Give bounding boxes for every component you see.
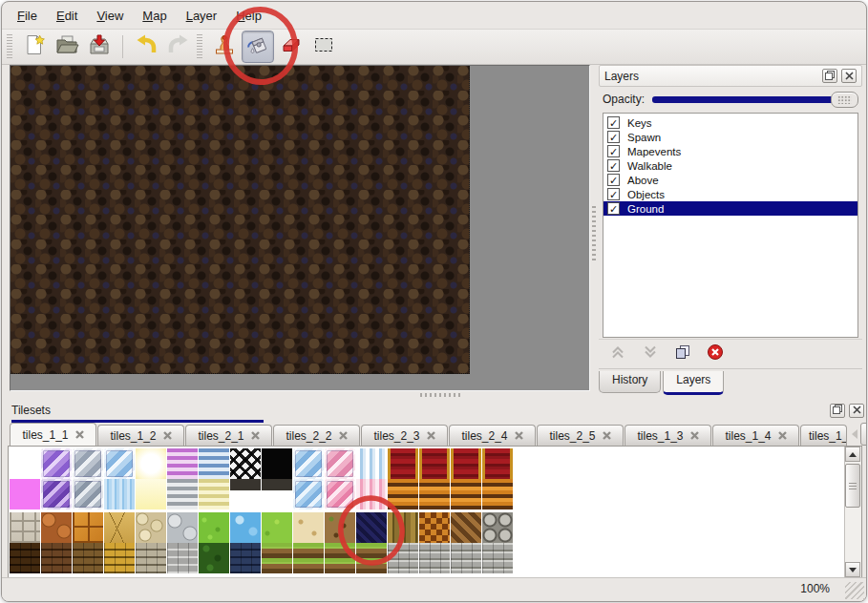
- tab-close-icon[interactable]: [690, 429, 699, 443]
- tile-stripes-blue[interactable]: [199, 448, 229, 479]
- splitter-handle[interactable]: [592, 206, 596, 261]
- tile-curtain-orange-brown[interactable]: [388, 479, 418, 509]
- tile-wall-navy-brick[interactable]: [230, 543, 261, 573]
- tile-metal-plate[interactable]: [230, 479, 261, 509]
- tile-brick-gray-light[interactable]: [419, 543, 450, 573]
- tab-history[interactable]: History: [599, 371, 661, 393]
- tile-glass-pink-small[interactable]: [325, 479, 355, 509]
- tile-magenta[interactable]: [10, 479, 40, 509]
- delete-layer-button[interactable]: [706, 344, 725, 364]
- tileset-tab-tiles_1_3[interactable]: tiles_1_3: [625, 425, 711, 446]
- tile-brick-gray-light[interactable]: [482, 543, 513, 573]
- tile-stone-cracked-tan[interactable]: [104, 512, 135, 543]
- opacity-slider-track[interactable]: [652, 96, 853, 103]
- undo-button[interactable]: [131, 31, 161, 62]
- menu-view[interactable]: View: [87, 5, 133, 27]
- tile-farm-rows[interactable]: [325, 543, 355, 573]
- resize-grip[interactable]: [845, 582, 864, 599]
- fill-bucket-tool-button[interactable]: [242, 31, 274, 63]
- tile-herringbone-brown[interactable]: [451, 512, 481, 543]
- tile-wall-gray-stone[interactable]: [136, 543, 166, 573]
- tile-stripes-violet[interactable]: [167, 448, 198, 479]
- tile-grass-green-2[interactable]: [262, 512, 292, 543]
- tile-navy-weave-highlighted[interactable]: [356, 512, 387, 543]
- tile-curtain-red-gold[interactable]: [451, 448, 481, 479]
- tile-wall-dark-tan[interactable]: [73, 543, 103, 573]
- tile-water-ripple[interactable]: [104, 479, 135, 509]
- horizontal-splitter[interactable]: [10, 390, 588, 399]
- duplicate-layer-button[interactable]: [673, 344, 692, 364]
- tile-glass-purple[interactable]: [41, 448, 72, 479]
- menu-file[interactable]: File: [8, 5, 47, 27]
- layer-visibility-checkbox[interactable]: ✓: [607, 202, 620, 215]
- layer-row-spawn[interactable]: ✓Spawn: [603, 130, 857, 144]
- layer-row-objects[interactable]: ✓Objects: [603, 187, 857, 201]
- tile-hedge-green[interactable]: [199, 543, 229, 573]
- tile-wall-brown[interactable]: [41, 543, 72, 573]
- close-panel-button[interactable]: [841, 69, 857, 83]
- tile-curtain-orange-brown[interactable]: [419, 479, 450, 509]
- layer-row-above[interactable]: ✓Above: [603, 173, 857, 187]
- tile-grass-green[interactable]: [199, 512, 229, 543]
- tab-close-icon[interactable]: [251, 429, 260, 443]
- tile-log-ends-gray[interactable]: [482, 512, 513, 543]
- tile-glass-blue-2[interactable]: [293, 448, 324, 479]
- open-file-button[interactable]: [52, 31, 82, 62]
- menu-help[interactable]: Help: [226, 5, 271, 27]
- tile-glass-gray-2[interactable]: [73, 479, 103, 509]
- layer-row-ground[interactable]: ✓Ground: [603, 201, 857, 216]
- tile-lattice-black-white[interactable]: [230, 448, 261, 479]
- tileset-tab-tiles_2_2[interactable]: tiles_2_2: [273, 425, 360, 446]
- tile-glass-blue[interactable]: [104, 448, 135, 479]
- tileset-tab-tiles_1_[interactable]: tiles_1_: [800, 425, 847, 446]
- menu-layer[interactable]: Layer: [177, 5, 227, 27]
- tile-curtain-red-gold[interactable]: [388, 448, 418, 479]
- tab-close-icon[interactable]: [603, 429, 611, 443]
- tile-curtain-blue-white[interactable]: [356, 448, 387, 479]
- tile-basket-weave-orange[interactable]: [419, 512, 450, 543]
- eraser-tool-button[interactable]: [276, 31, 307, 62]
- tile-wall-dark-brown[interactable]: [10, 543, 40, 573]
- tile-curtain-orange-brown[interactable]: [451, 479, 481, 509]
- menu-edit[interactable]: Edit: [47, 5, 87, 27]
- layer-visibility-checkbox[interactable]: ✓: [607, 131, 620, 143]
- tileset-tab-tiles_2_5[interactable]: tiles_2_5: [537, 425, 624, 446]
- new-file-button[interactable]: [19, 31, 50, 62]
- tileset-tab-tiles_2_4[interactable]: tiles_2_4: [449, 425, 536, 446]
- tileset-tab-tiles_2_1[interactable]: tiles_2_1: [185, 425, 272, 446]
- tile-pebbles-beige[interactable]: [136, 512, 166, 543]
- close-panel-button[interactable]: [849, 404, 864, 418]
- tile-stripes-gray[interactable]: [167, 479, 198, 509]
- tile-empty-white[interactable]: [10, 448, 40, 479]
- layer-visibility-checkbox[interactable]: ✓: [607, 188, 620, 200]
- tile-curtain-orange-brown[interactable]: [482, 479, 513, 509]
- tile-tiles-orange[interactable]: [73, 512, 103, 543]
- tile-wood-planks-vertical[interactable]: [388, 512, 418, 543]
- tile-glass-blue-small[interactable]: [293, 479, 324, 509]
- tileset-tab-tiles_1_2[interactable]: tiles_1_2: [97, 425, 184, 446]
- tile-curtain-red-gold[interactable]: [482, 448, 513, 479]
- tile-farm-rows[interactable]: [356, 543, 387, 573]
- tab-close-icon[interactable]: [339, 429, 348, 443]
- tile-curtain-red-gold[interactable]: [419, 448, 450, 479]
- layer-visibility-checkbox[interactable]: ✓: [607, 145, 620, 157]
- tile-pebbles-gray[interactable]: [167, 512, 198, 543]
- rect-select-tool-button[interactable]: [308, 31, 339, 62]
- scroll-tabs-right-button[interactable]: [860, 423, 867, 446]
- scrollbar-thumb[interactable]: [845, 464, 860, 508]
- tile-brick-gray-light[interactable]: [388, 543, 418, 573]
- tileset-tab-tiles_1_4[interactable]: tiles_1_4: [712, 425, 799, 446]
- tile-glass-pink[interactable]: [325, 448, 355, 479]
- scroll-down-button[interactable]: [845, 562, 860, 577]
- tile-farm-rows[interactable]: [262, 543, 292, 573]
- float-panel-button[interactable]: [830, 404, 845, 418]
- tab-close-icon[interactable]: [778, 429, 787, 443]
- splitter-handle[interactable]: [420, 393, 462, 397]
- scroll-up-button[interactable]: [845, 447, 860, 462]
- tab-close-icon[interactable]: [427, 429, 435, 443]
- toolbar-drag-grip[interactable]: [7, 34, 12, 59]
- tab-layers[interactable]: Layers: [663, 371, 724, 395]
- tile-glass-purple-dark[interactable]: [41, 479, 72, 509]
- tile-wall-gold-stone[interactable]: [104, 543, 135, 573]
- tab-close-icon[interactable]: [515, 429, 523, 443]
